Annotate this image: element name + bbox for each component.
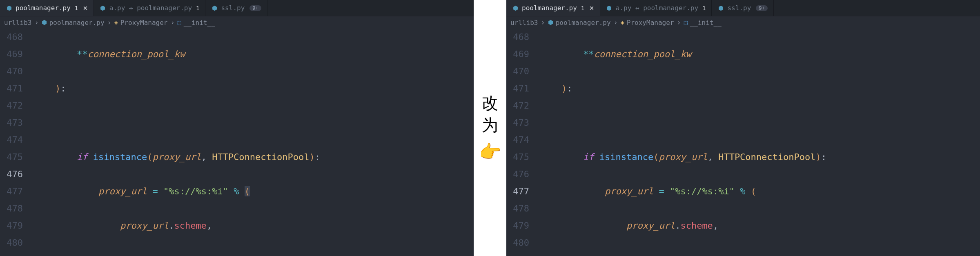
line-number: 475	[0, 149, 23, 166]
editor-pane-left: ⬢ poolmanager.py 1 × ⬢ a.py ↔ poolmanage…	[0, 0, 474, 256]
code-line[interactable]: proxy_url.scheme,	[540, 217, 980, 234]
line-number: 474	[0, 131, 23, 149]
code-line[interactable]: **connection_pool_kw	[540, 46, 980, 63]
code-line[interactable]: if isinstance(proxy_url, HTTPConnectionP…	[33, 149, 474, 166]
chevron-right-icon: ›	[614, 18, 618, 27]
line-number: 473	[0, 114, 23, 131]
close-icon[interactable]: ×	[589, 4, 594, 12]
python-icon: ⬢	[100, 4, 106, 12]
line-number: 480	[0, 234, 23, 252]
tab-diff[interactable]: ⬢ a.py ↔ poolmanager.py 1	[600, 0, 712, 16]
tab-modified-count: 1	[196, 5, 199, 11]
chevron-right-icon: ›	[34, 18, 38, 27]
class-icon: ◈	[114, 19, 118, 26]
separator-text: 改	[482, 94, 498, 112]
code-line[interactable]: if isinstance(proxy_url, HTTPConnectionP…	[540, 149, 980, 166]
python-icon: ⬢	[606, 4, 612, 12]
code-line[interactable]	[33, 114, 474, 131]
gutter: 468 469 470 471 472 473 474 475 476 477 …	[0, 29, 32, 256]
line-number: 472	[0, 97, 23, 114]
tab-label: a.py ↔ poolmanager.py	[616, 4, 698, 12]
line-number: 480	[506, 234, 529, 252]
line-number: 478	[0, 200, 23, 217]
tab-bar: ⬢ poolmanager.py 1 × ⬢ a.py ↔ poolmanage…	[0, 0, 474, 16]
line-number: 479	[0, 217, 23, 234]
tab-count-badge: 9+	[249, 5, 261, 11]
tab-ssl[interactable]: ⬢ ssl.py 9+	[712, 0, 773, 16]
line-number: 470	[506, 63, 529, 80]
code-content[interactable]: **connection_pool_kw ): if isinstance(pr…	[32, 29, 474, 256]
line-number: 477	[506, 183, 529, 200]
python-icon: ⬢	[6, 4, 12, 12]
chevron-right-icon: ›	[107, 18, 111, 27]
code-line[interactable]: **connection_pool_kw	[33, 46, 474, 63]
chevron-right-icon: ›	[170, 18, 174, 27]
code-line[interactable]: proxy_url.scheme,	[33, 217, 474, 234]
pointing-hand-icon: 👉	[479, 141, 501, 163]
line-number: 476	[506, 166, 529, 183]
bc-item[interactable]: __init__	[184, 19, 215, 27]
line-number: 468	[0, 29, 23, 46]
code-line[interactable]: proxy_url.host,	[33, 252, 474, 256]
breadcrumb[interactable]: urllib3 › ⬢ poolmanager.py › ◈ ProxyMana…	[506, 16, 980, 29]
separator-text: 为	[482, 116, 498, 134]
tab-modified-count: 1	[581, 5, 584, 11]
tab-poolmanager[interactable]: ⬢ poolmanager.py 1 ×	[506, 0, 600, 16]
line-number: 475	[506, 149, 529, 166]
line-number: 469	[506, 46, 529, 63]
tab-modified-count: 1	[702, 5, 706, 11]
code-area[interactable]: 468 469 470 471 472 473 474 475 476 477 …	[506, 29, 980, 256]
tab-label: ssl.py	[221, 4, 245, 12]
code-line[interactable]: ):	[33, 80, 474, 97]
line-number: 472	[506, 97, 529, 114]
chevron-right-icon: ›	[677, 18, 681, 27]
tab-count-badge: 9+	[756, 5, 767, 11]
code-line[interactable]: ):	[540, 80, 980, 97]
bc-item[interactable]: urllib3	[510, 19, 538, 27]
line-number: 468	[506, 29, 529, 46]
code-line[interactable]	[540, 114, 980, 131]
bc-item[interactable]: poolmanager.py	[49, 19, 105, 27]
method-icon: ⬚	[684, 19, 688, 26]
python-icon: ⬢	[211, 4, 218, 12]
code-line[interactable]: proxy_url = "%s://%s:%i" % (	[540, 183, 980, 200]
bc-item[interactable]: __init__	[690, 19, 722, 27]
line-number: 469	[0, 46, 23, 63]
tab-label: a.py ↔ poolmanager.py	[109, 4, 192, 12]
tab-bar: ⬢ poolmanager.py 1 × ⬢ a.py ↔ poolmanage…	[506, 0, 980, 16]
bc-item[interactable]: urllib3	[4, 19, 31, 27]
python-icon: ⬢	[512, 4, 519, 12]
line-number: 481	[506, 252, 529, 256]
tab-ssl[interactable]: ⬢ ssl.py 9+	[205, 0, 267, 16]
python-icon: ⬢	[548, 19, 553, 26]
tab-diff[interactable]: ⬢ a.py ↔ poolmanager.py 1	[94, 0, 206, 16]
chevron-right-icon: ›	[541, 18, 545, 27]
code-area[interactable]: 468 469 470 471 472 473 474 475 476 477 …	[0, 29, 474, 256]
line-number: 478	[506, 200, 529, 217]
line-number: 479	[506, 217, 529, 234]
editor-pane-right: ⬢ poolmanager.py 1 × ⬢ a.py ↔ poolmanage…	[506, 0, 980, 256]
tab-label: poolmanager.py	[16, 4, 71, 12]
tab-poolmanager[interactable]: ⬢ poolmanager.py 1 ×	[0, 0, 94, 16]
code-line[interactable]: proxy_url.host,	[540, 252, 980, 256]
tab-label: poolmanager.py	[522, 4, 577, 12]
bc-item[interactable]: ProxyManager	[120, 19, 168, 27]
line-number: 474	[506, 131, 529, 149]
breadcrumb[interactable]: urllib3 › ⬢ poolmanager.py › ◈ ProxyMana…	[0, 16, 474, 29]
code-line[interactable]: proxy_url = "%s://%s:%i" % (	[33, 183, 474, 200]
line-number: 471	[506, 80, 529, 97]
line-number: 471	[0, 80, 23, 97]
python-icon: ⬢	[717, 4, 724, 12]
code-content[interactable]: **connection_pool_kw ): if isinstance(pr…	[538, 29, 980, 256]
line-number: 476	[0, 166, 23, 183]
line-number: 473	[506, 114, 529, 131]
bc-item[interactable]: poolmanager.py	[556, 19, 611, 27]
separator: 改 为 👉	[474, 0, 506, 256]
gutter: 468 469 470 471 472 473 474 475 476 477 …	[506, 29, 538, 256]
line-number: 477	[0, 183, 23, 200]
close-icon[interactable]: ×	[83, 4, 87, 12]
tab-modified-count: 1	[75, 5, 78, 11]
python-icon: ⬢	[42, 19, 47, 26]
bc-item[interactable]: ProxyManager	[627, 19, 674, 27]
line-number: 470	[0, 63, 23, 80]
